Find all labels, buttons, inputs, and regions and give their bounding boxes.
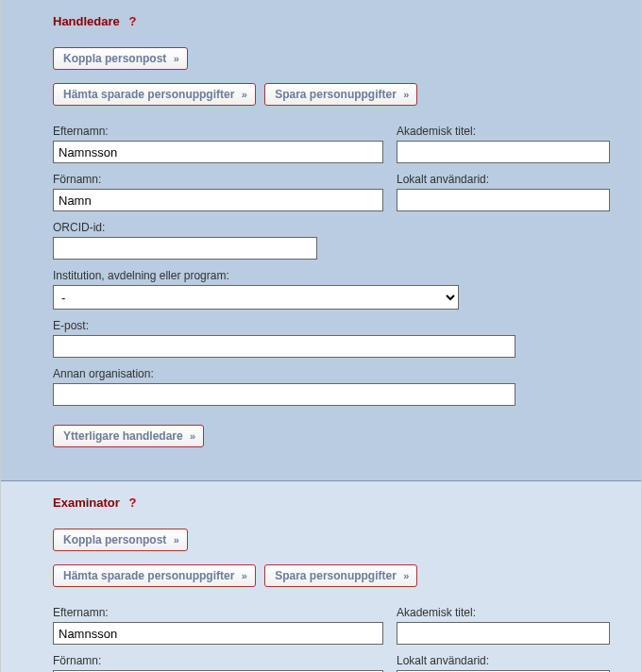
button-label: Spara personuppgifter (275, 88, 397, 101)
koppla-personpost-button[interactable]: Koppla personpost » (53, 529, 188, 551)
annan-organisation-input[interactable] (53, 383, 515, 406)
akademisk-titel-input[interactable] (397, 141, 610, 163)
epost-label: E-post: (53, 319, 515, 332)
title-text: Handledare (53, 14, 120, 28)
title-text: Examinator (53, 496, 120, 510)
section-handledare: Handledare ? Koppla personpost » Hämta s… (1, 0, 641, 481)
spara-personuppgifter-button[interactable]: Spara personuppgifter » (264, 564, 417, 587)
spara-personuppgifter-button[interactable]: Spara personuppgifter » (264, 83, 417, 106)
button-label: Hämta sparade personuppgifter (63, 569, 234, 582)
lokalt-anvandarid-label: Lokalt användarid: (397, 173, 610, 186)
koppla-personpost-button[interactable]: Koppla personpost » (53, 47, 188, 70)
institution-select[interactable]: - (53, 285, 459, 310)
institution-label: Institution, avdelning eller program: (53, 269, 459, 282)
button-label: Hämta sparade personuppgifter (63, 88, 234, 101)
orcid-input[interactable] (53, 237, 317, 260)
hamta-personuppgifter-button[interactable]: Hämta sparade personuppgifter » (53, 83, 256, 106)
help-icon[interactable]: ? (128, 14, 136, 28)
fornamn-label: Förnamn: (53, 173, 383, 186)
button-label: Koppla personpost (63, 52, 166, 65)
arrow-icon: » (242, 570, 245, 581)
section-title-handledare: Handledare ? (53, 14, 613, 28)
help-icon[interactable]: ? (128, 496, 136, 510)
efternamn-input[interactable] (53, 141, 383, 163)
akademisk-titel-input[interactable] (397, 622, 610, 645)
lokalt-anvandarid-input[interactable] (397, 189, 610, 211)
button-label: Spara personuppgifter (275, 569, 397, 582)
epost-input[interactable] (53, 335, 515, 358)
lokalt-anvandarid-label: Lokalt användarid: (397, 654, 610, 667)
efternamn-label: Efternamn: (53, 606, 383, 619)
efternamn-input[interactable] (53, 622, 383, 645)
fornamn-label: Förnamn: (53, 654, 383, 667)
efternamn-label: Efternamn: (53, 125, 383, 138)
arrow-icon: » (190, 430, 194, 442)
annan-organisation-label: Annan organisation: (53, 367, 515, 380)
ytterligare-handledare-button[interactable]: Ytterligare handledare » (53, 425, 204, 447)
arrow-icon: » (174, 534, 177, 546)
hamta-personuppgifter-button[interactable]: Hämta sparade personuppgifter » (53, 564, 256, 587)
arrow-icon: » (174, 53, 177, 64)
button-label: Koppla personpost (63, 533, 166, 546)
akademisk-titel-label: Akademisk titel: (397, 606, 610, 619)
section-title-examinator: Examinator ? (53, 496, 613, 510)
orcid-label: ORCID-id: (53, 221, 317, 234)
arrow-icon: » (403, 570, 407, 581)
section-examinator: Examinator ? Koppla personpost » Hämta s… (1, 481, 641, 672)
button-label: Ytterligare handledare (63, 429, 183, 443)
arrow-icon: » (242, 89, 245, 100)
arrow-icon: » (403, 89, 407, 100)
fornamn-input[interactable] (53, 189, 383, 211)
akademisk-titel-label: Akademisk titel: (397, 125, 610, 138)
